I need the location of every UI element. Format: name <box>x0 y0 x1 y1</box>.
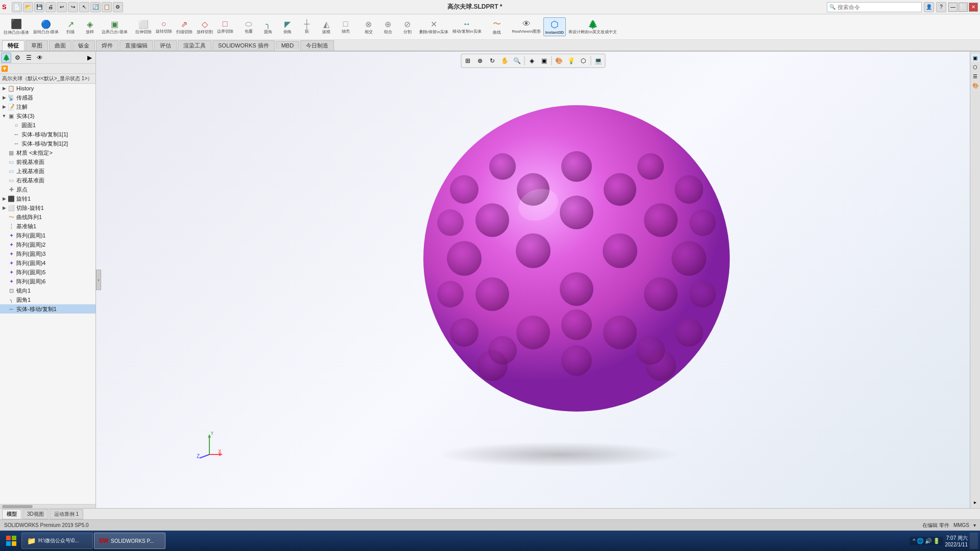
tree-item-annotations[interactable]: ▶ 📝 注解 <box>0 102 95 111</box>
view-settings[interactable]: 💻 <box>592 55 604 66</box>
realview-button[interactable]: 👁 RealView\n图形 <box>511 18 542 35</box>
rib-button[interactable]: ┼ 筋 <box>298 18 316 35</box>
view-appearance[interactable]: 🎨 <box>553 55 564 66</box>
tree-item-circular5[interactable]: ✦ 阵列(圆周)5 <box>0 268 95 277</box>
view-display[interactable]: ▣ <box>538 55 549 66</box>
view-area[interactable]: ⊞ ⊕ ↻ ✋ 🔍 ◈ ▣ 🎨 💡 ⬡ 💻 <box>96 52 970 508</box>
tree-item-circular1[interactable]: ✦ 阵列(圆周)1 <box>0 231 95 240</box>
sweep-button[interactable]: ↗ 扫描 <box>61 18 80 36</box>
undo-button[interactable]: ↩ <box>57 2 67 12</box>
options-button[interactable]: ⚙ <box>113 2 123 12</box>
view-scene[interactable]: ⬡ <box>578 55 589 66</box>
loft-button[interactable]: ◈ 放样 <box>81 18 99 36</box>
units-expand[interactable]: ▾ <box>973 522 976 528</box>
design-tree-cn-button[interactable]: 🌲 将设计树由\n英文改成中文 <box>567 18 618 36</box>
tree-item-move-copy1[interactable]: ↔ 实体-移动/复制1[1] <box>0 130 95 139</box>
view-pan[interactable]: ✋ <box>499 55 510 66</box>
system-clock[interactable]: 7:07 周六 2022/1/11 <box>945 535 968 547</box>
tree-item-fillet1[interactable]: ╮ 圆角1 <box>0 295 95 304</box>
split-button[interactable]: ⊘ 分割 <box>398 18 417 36</box>
cut-extrude-button[interactable]: ⬜ 拉伸切除 <box>134 18 153 36</box>
close-button[interactable]: ✕ <box>969 3 978 12</box>
h-scrollbar[interactable] <box>0 504 95 508</box>
expand-icon[interactable]: ▶ <box>84 53 94 63</box>
tree-item-cut1[interactable]: ▶ ⬜ 切除-旋转1 <box>0 203 95 212</box>
sweep-cut-button[interactable]: ⇗ 扫描切除 <box>175 18 194 36</box>
tree-item-sensors[interactable]: ▶ 📡 传感器 <box>0 93 95 102</box>
chamfer-button[interactable]: ◤ 倒角 <box>278 18 297 36</box>
properties-icon[interactable]: ⚙ <box>12 53 22 63</box>
revolved-cut-button[interactable]: ○ 旋转切除 <box>154 18 174 35</box>
save-button[interactable]: 💾 <box>34 2 44 12</box>
tree-item-circular6[interactable]: ✦ 阵列(圆周)6 <box>0 277 95 286</box>
tab-evaluate[interactable]: 评估 <box>154 40 177 51</box>
rs-tab3[interactable]: ☰ <box>971 72 979 80</box>
tab-sw-addins[interactable]: SOLIDWORKS 插件 <box>212 40 275 51</box>
tree-item-solid-bodies[interactable]: ▼ ▣ 实体(3) <box>0 111 95 121</box>
instant3d-button[interactable]: ⬡ Instant3D <box>543 17 566 36</box>
left-panel-collapse[interactable]: ‹ <box>96 270 101 290</box>
revolved-boss-button[interactable]: 🔵 旋转凸台/基体 <box>32 18 60 36</box>
tab-surface[interactable]: 曲面 <box>49 40 71 51</box>
tree-item-front-plane[interactable]: ▭ 前视基准面 <box>0 157 95 166</box>
tree-item-right-plane[interactable]: ▭ 右视基准面 <box>0 176 95 185</box>
tree-item-axis1[interactable]: ╎ 基准轴1 <box>0 222 95 231</box>
boss-extrude-button[interactable]: ⬛ 拉伸凸台/基体 <box>2 17 31 36</box>
user-icon[interactable]: 👤 <box>924 2 934 12</box>
tree-item-sphere1[interactable]: ○ 圆面1 <box>0 121 95 130</box>
tree-item-move-copy2[interactable]: ↔ 实体-移动/复制1[2] <box>0 139 95 148</box>
view-zoom-sheet[interactable]: ⊕ <box>474 55 486 66</box>
bottom-tab-motion[interactable]: 运动算例 1 <box>50 509 83 519</box>
delete-solid-button[interactable]: ✕ 删除/保留\n实体 <box>418 18 450 36</box>
combine-button[interactable]: ⊕ 组合 <box>379 18 397 36</box>
tree-item-history[interactable]: ▶ 📋 History <box>0 84 95 93</box>
view-zoom-fit[interactable]: ⊞ <box>462 55 473 66</box>
tree-item-circular3[interactable]: ✦ 阵列(圆周)3 <box>0 249 95 258</box>
tree-item-circular2[interactable]: ✦ 阵列(圆周)2 <box>0 240 95 249</box>
redo-button[interactable]: ↪ <box>68 2 78 12</box>
tab-weldments[interactable]: 焊件 <box>96 40 118 51</box>
help-icon[interactable]: ? <box>936 2 946 12</box>
view-rotate[interactable]: ↻ <box>487 55 498 66</box>
move-copy-button[interactable]: ↔ 移动/复制\n实体 <box>451 18 483 35</box>
tray-network[interactable]: 🌐 <box>917 538 924 544</box>
rs-tab1[interactable]: ▣ <box>971 54 979 62</box>
tray-expand[interactable]: ^ <box>913 538 915 544</box>
tab-today[interactable]: 今日制造 <box>300 40 334 51</box>
curve-button[interactable]: 〜 曲线 <box>488 18 506 36</box>
tab-sketch[interactable]: 草图 <box>26 40 48 51</box>
boundary-button[interactable]: ▣ 边界凸台/基体 <box>100 18 129 36</box>
boundary-cut-button[interactable]: □ 边界切除 <box>216 18 235 35</box>
tab-mbd[interactable]: MBD <box>276 41 299 50</box>
open-button[interactable]: 📂 <box>23 2 33 12</box>
taskbar-file-explorer[interactable]: 📁 H:\微信公众号\0... <box>21 533 93 549</box>
view-lights[interactable]: 💡 <box>565 55 577 66</box>
tree-item-material[interactable]: ▦ 材质 <未指定> <box>0 148 95 157</box>
tray-volume[interactable]: 🔊 <box>925 538 932 544</box>
search-input[interactable] <box>838 4 919 10</box>
select-button[interactable]: ↖ <box>79 2 89 12</box>
tray-battery[interactable]: 🔋 <box>933 538 940 544</box>
show-desktop[interactable] <box>970 533 978 549</box>
wrap-button[interactable]: ⬭ 包覆 <box>240 18 258 35</box>
taskbar-solidworks[interactable]: SW SOLIDWORKS P... <box>94 533 165 549</box>
tab-direct-edit[interactable]: 直接编辑 <box>119 40 153 51</box>
config-icon[interactable]: ☰ <box>23 53 34 63</box>
print-button[interactable]: 🖨 <box>45 2 56 12</box>
bottom-tab-3d[interactable]: 3D视图 <box>22 509 49 519</box>
file-props-button[interactable]: 📋 <box>102 2 112 12</box>
shell-button[interactable]: □ 抽壳 <box>337 18 355 35</box>
rebuild-button[interactable]: 🔄 <box>90 2 101 12</box>
tab-render[interactable]: 渲染工具 <box>178 40 211 51</box>
rs-tab4[interactable]: 🎨 <box>971 81 979 89</box>
view-3d-section[interactable]: ◈ <box>526 55 537 66</box>
feature-tree-icon[interactable]: 🌲 <box>1 53 11 63</box>
start-button[interactable] <box>2 532 20 550</box>
tree-item-top-plane[interactable]: ▭ 上视基准面 <box>0 166 95 176</box>
display-icon[interactable]: 👁 <box>35 53 45 63</box>
tree-item-boss1[interactable]: ▶ ⬛ 旋转1 <box>0 194 95 203</box>
tab-feature[interactable]: 特征 <box>2 40 25 51</box>
tree-item-move-solid[interactable]: ↔ 实体-移动/复制1 <box>0 304 95 314</box>
tab-sheetmetal[interactable]: 钣金 <box>73 40 95 51</box>
intersect-button[interactable]: ⊗ 相交 <box>360 18 378 36</box>
